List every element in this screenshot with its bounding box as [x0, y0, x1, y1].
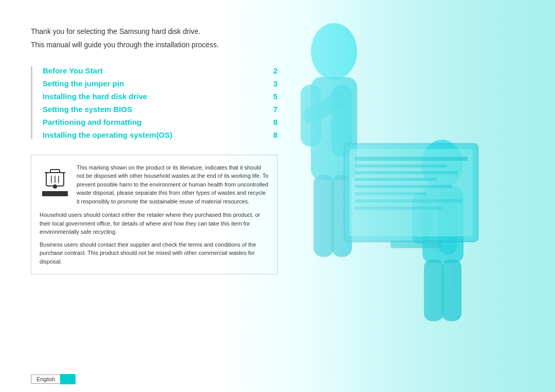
toc-item-label: Partitioning and formatting: [43, 118, 142, 126]
toc-item: Setting the jumper pin3: [43, 79, 278, 88]
bottom-language-bar: English: [31, 374, 76, 384]
toc-item-page: 8: [267, 118, 278, 126]
toc-item: Setting the system BIOS7: [43, 105, 278, 114]
toc-item: Partitioning and formatting8: [43, 118, 278, 126]
toc-item: Installing the operating system(OS)8: [43, 130, 278, 139]
info-paragraph2: Household users should contact either th…: [40, 211, 269, 236]
weee-symbol: [42, 163, 68, 189]
toc-item-label: Before You Start: [43, 66, 103, 75]
language-label: English: [31, 375, 60, 384]
page-container: Thank you for selecting the Samsung hard…: [0, 0, 555, 392]
content-area: Thank you for selecting the Samsung hard…: [0, 0, 308, 392]
toc-item-label: Setting the system BIOS: [43, 105, 132, 114]
toc-item-label: Installing the operating system(OS): [43, 130, 173, 139]
toc-item: Before You Start2: [43, 66, 278, 75]
toc-item-label: Installing the hard disk drive: [43, 92, 147, 101]
toc-item-label: Setting the jumper pin: [43, 79, 124, 88]
toc-item: Installing the hard disk drive5: [43, 92, 278, 101]
svg-rect-28: [50, 170, 60, 173]
info-paragraph3: Business users should contact their supp…: [40, 240, 269, 266]
info-main-text: This marking shown on the product or its…: [77, 163, 269, 206]
toc-item-page: 8: [267, 130, 278, 139]
black-bar: [42, 191, 68, 196]
toc-item-page: 3: [267, 79, 278, 88]
toc-item-page: 2: [267, 66, 278, 75]
info-box: This marking shown on the product or its…: [31, 155, 278, 275]
toc-item-page: 5: [267, 92, 278, 101]
intro-section: Thank you for selecting the Samsung hard…: [31, 26, 278, 51]
toc-item-page: 7: [267, 105, 278, 114]
language-indicator: [60, 374, 76, 384]
recycle-icon-container: [40, 163, 70, 206]
intro-line1: Thank you for selecting the Samsung hard…: [31, 26, 278, 37]
svg-point-32: [53, 184, 57, 189]
table-of-contents: Before You Start2Setting the jumper pin3…: [31, 66, 278, 139]
intro-line2: This manual will guide you through the i…: [31, 39, 278, 50]
